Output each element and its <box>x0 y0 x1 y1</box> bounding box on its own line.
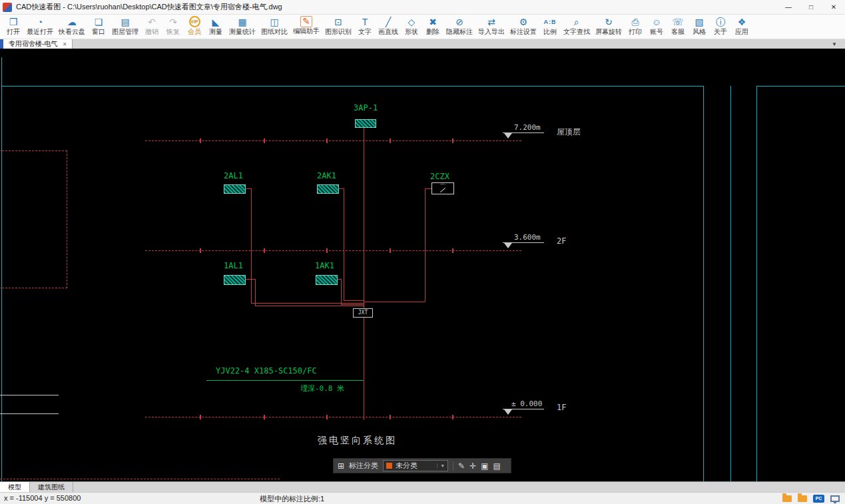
apps-icon: ❖ <box>738 16 746 28</box>
panel-label: 2AK1 <box>317 171 336 180</box>
pencil-icon: ✎ <box>300 16 312 27</box>
pc-sync-icon[interactable]: PC <box>813 495 824 503</box>
panel-box-2ak1 <box>317 184 339 194</box>
line-icon: ╱ <box>386 16 391 28</box>
hide-icon: ⊘ <box>455 16 463 28</box>
sheet-tab-architectural[interactable]: 建筑图纸 <box>30 482 73 492</box>
document-tab[interactable]: 专用宿舍楼-电气 × <box>3 39 73 49</box>
layer-manager-button[interactable]: ▤ 图层管理 <box>109 16 141 38</box>
clock-icon: ◔ <box>37 16 43 28</box>
paste-annotation-icon[interactable]: ▤ <box>493 461 501 471</box>
hide-annotation-button[interactable]: ⊘ 隐藏标注 <box>443 16 475 38</box>
user-icon: ☺ <box>652 16 661 28</box>
wire-segment <box>255 279 256 306</box>
junction-box: JXT <box>353 308 373 318</box>
level-triangle-icon <box>504 243 512 248</box>
wire-segment <box>339 188 344 189</box>
redo-button[interactable]: ↷ 恢复 <box>162 16 184 38</box>
minimize-button[interactable]: — <box>777 0 800 15</box>
headset-icon: ☏ <box>672 16 684 28</box>
open-folder-icon: ❒ <box>9 16 18 28</box>
panel-box-3ap-1 <box>355 119 376 128</box>
shape-recognition-button[interactable]: ⊡ 图形识别 <box>322 16 354 38</box>
theme-icon: ▧ <box>695 16 703 28</box>
drawing-compare-button[interactable]: ◫ 图纸对比 <box>258 16 290 38</box>
close-button[interactable]: ✕ <box>822 0 845 15</box>
drawing-title: 强电竖向系统图 <box>318 435 397 447</box>
panel-label: 1AL1 <box>224 261 243 270</box>
folder-icon[interactable] <box>782 495 792 502</box>
maximize-button[interactable]: □ <box>800 0 822 15</box>
section-tick <box>264 415 265 419</box>
wire-segment <box>341 279 342 304</box>
delete-button[interactable]: ✖ 删除 <box>422 16 443 38</box>
cable-spec-label: YJV22-4 X185-SC150/FC <box>216 366 317 376</box>
style-button[interactable]: ▧ 风格 <box>689 16 710 38</box>
wire-segment <box>246 279 255 280</box>
scale-button[interactable]: A:B 比例 <box>539 16 561 38</box>
scan-icon: ⊡ <box>334 16 342 28</box>
rotate-icon: ↻ <box>605 16 613 28</box>
frame-line <box>756 86 757 481</box>
measure-stats-button[interactable]: ▦ 测量统计 <box>226 16 258 38</box>
copy-annotation-icon[interactable]: ▣ <box>481 461 488 471</box>
text-icon: T <box>362 16 368 28</box>
recent-files-button[interactable]: ◔ 最近打开 <box>24 16 56 38</box>
category-color-swatch <box>386 463 392 469</box>
annotation-settings-button[interactable]: ⚙ 标注设置 <box>507 16 539 38</box>
building-outline <box>0 150 67 288</box>
section-tick <box>452 138 453 143</box>
wire-segment <box>341 304 364 305</box>
wire-segment <box>344 188 344 300</box>
drawing-canvas[interactable]: 3AP-1 2AL1 2AK1 2CZX ⌒ 1AL1 1AK1 JXT 7.2… <box>0 49 845 481</box>
annotation-scale-info: 模型中的标注比例:1 <box>260 494 324 504</box>
edit-annotation-icon[interactable]: ✎ <box>458 461 465 471</box>
tab-close-icon[interactable]: × <box>63 41 67 48</box>
document-tab-bar: 专用宿舍楼-电气 × ▼ <box>0 39 845 49</box>
folder-export-icon[interactable] <box>798 495 807 502</box>
print-button[interactable]: ⎙ 打印 <box>625 16 646 38</box>
move-annotation-icon[interactable]: ✛ <box>469 461 476 471</box>
toolbar-separator <box>453 461 453 471</box>
customer-service-button[interactable]: ☏ 客服 <box>667 16 689 38</box>
account-button[interactable]: ☺ 账号 <box>646 16 667 38</box>
section-tick <box>200 248 201 253</box>
level-name: 屋顶层 <box>557 126 581 138</box>
main-toolbar: ❒ 打开 ◔ 最近打开 ☁ 快看云盘 ❏ 窗口 ▤ 图层管理 ↶ 撤销 ↷ 恢复… <box>0 15 845 39</box>
window-title: CAD快速看图 - C:\Users\ruohan\Desktop\CAD快速看… <box>16 2 777 12</box>
text-search-button[interactable]: ⌕ 文字查找 <box>561 16 593 38</box>
title-bar: CAD快速看图 - C:\Users\ruohan\Desktop\CAD快速看… <box>0 0 845 15</box>
open-button[interactable]: ❒ 打开 <box>3 16 24 38</box>
floor-line-roof <box>145 140 521 141</box>
frame-line <box>703 86 704 481</box>
screen-rotate-button[interactable]: ↻ 屏幕旋转 <box>593 16 625 38</box>
import-export-icon: ⇄ <box>487 16 495 28</box>
wire-segment <box>425 188 425 302</box>
text-button[interactable]: T 文字 <box>354 16 376 38</box>
monitor-icon[interactable] <box>830 495 840 502</box>
chevron-down-icon: ▼ <box>832 41 837 47</box>
category-dropdown[interactable]: 未分类 ▼ <box>383 460 448 471</box>
vip-member-button[interactable]: VIP 会员 <box>184 16 205 38</box>
edit-assistant-button[interactable]: ✎ 编辑助手 <box>290 16 322 38</box>
about-button[interactable]: ⓘ 关于 <box>710 16 731 38</box>
section-tick <box>200 138 201 143</box>
measure-button[interactable]: ◣ 测量 <box>205 16 226 38</box>
category-grid-icon[interactable]: ⊞ <box>338 462 344 470</box>
cable-leader-line <box>206 380 364 381</box>
status-bar: x = -115004 y = 550800 模型中的标注比例:1 PC <box>0 492 845 504</box>
undo-button[interactable]: ↶ 撤销 <box>141 16 162 38</box>
search-icon: ⌕ <box>574 16 579 28</box>
wire-segment <box>255 306 364 306</box>
import-export-button[interactable]: ⇄ 导入导出 <box>475 16 507 38</box>
window-button[interactable]: ❏ 窗口 <box>88 16 109 38</box>
layers-icon: ▤ <box>121 16 129 28</box>
shape-button[interactable]: ◇ 形状 <box>401 16 422 38</box>
sheet-tab-model[interactable]: 模型 <box>0 482 30 492</box>
redo-icon: ↷ <box>169 16 177 28</box>
cloud-drive-button[interactable]: ☁ 快看云盘 <box>56 16 88 38</box>
toolbar-collapse-button[interactable]: ▼ <box>832 39 845 49</box>
draw-line-button[interactable]: ╱ 画直线 <box>376 16 401 38</box>
section-tick <box>326 138 328 143</box>
apps-button[interactable]: ❖ 应用 <box>731 16 752 38</box>
